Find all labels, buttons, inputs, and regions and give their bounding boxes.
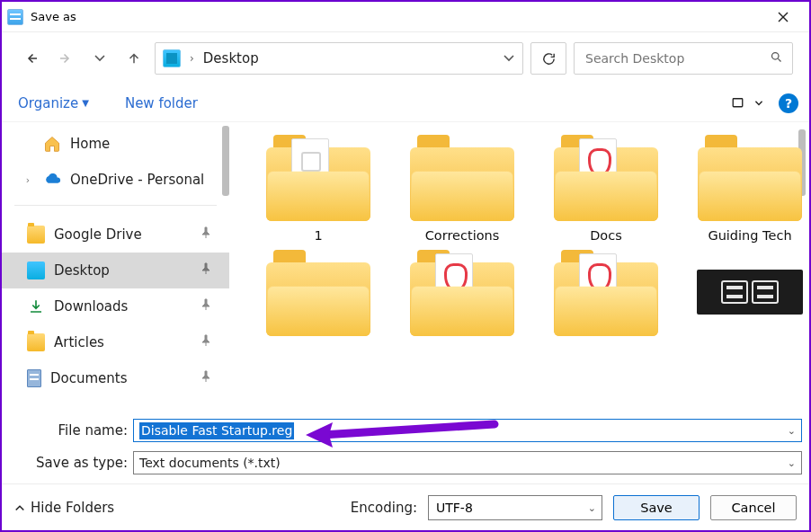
file-tile[interactable]: Guiding Tech bbox=[682, 135, 809, 243]
sidebar-item-downloads[interactable]: Downloads bbox=[2, 288, 229, 324]
home-icon bbox=[43, 135, 61, 153]
filename-input[interactable]: Disable Fast Startup.reg ⌄ bbox=[133, 419, 802, 442]
folder-icon bbox=[410, 250, 514, 336]
sidebar-item-google-drive[interactable]: Google Drive bbox=[2, 217, 229, 253]
arrow-left-icon bbox=[23, 50, 40, 66]
close-icon bbox=[778, 12, 789, 22]
sidebar-item-label: Desktop bbox=[54, 262, 110, 279]
desktop-icon bbox=[27, 262, 45, 279]
organize-menu[interactable]: Organize ▼ bbox=[13, 92, 94, 115]
refresh-icon bbox=[541, 51, 557, 66]
address-bar[interactable]: › Desktop bbox=[155, 42, 523, 75]
titlebar: Save as bbox=[2, 2, 809, 32]
cancel-button-label: Cancel bbox=[731, 501, 775, 515]
search-box[interactable] bbox=[574, 42, 793, 75]
tile-label: 1 bbox=[314, 228, 322, 243]
file-tile[interactable] bbox=[251, 250, 386, 343]
cancel-button[interactable]: Cancel bbox=[710, 495, 797, 520]
view-mode-dropdown[interactable] bbox=[752, 93, 766, 114]
chevron-down-icon[interactable]: ⌄ bbox=[788, 425, 796, 437]
file-tile[interactable]: 1 bbox=[251, 135, 386, 243]
sidebar: Home › OneDrive - Personal Google Drive … bbox=[2, 122, 229, 412]
hide-folders-toggle[interactable]: Hide Folders bbox=[14, 500, 114, 516]
file-tile[interactable] bbox=[682, 250, 809, 343]
recent-locations-button[interactable] bbox=[86, 45, 113, 72]
save-button[interactable]: Save bbox=[613, 495, 700, 520]
sidebar-item-label: Home bbox=[70, 136, 110, 152]
sidebar-scrollbar[interactable] bbox=[222, 126, 229, 196]
folder-icon bbox=[266, 250, 370, 336]
content-pane[interactable]: 1CorrectionsDocsGuiding Tech bbox=[229, 122, 809, 412]
file-tile[interactable] bbox=[539, 250, 673, 343]
chevron-up-icon bbox=[14, 502, 25, 513]
help-icon: ? bbox=[785, 96, 792, 111]
filename-label: File name: bbox=[9, 422, 133, 439]
type-value: Text documents (*.txt) bbox=[139, 456, 281, 470]
svg-line-3 bbox=[778, 58, 780, 61]
file-tile[interactable]: Docs bbox=[539, 135, 673, 243]
refresh-button[interactable] bbox=[530, 42, 566, 75]
view-icon bbox=[731, 95, 747, 111]
sidebar-item-home[interactable]: Home bbox=[2, 126, 229, 162]
file-tile[interactable]: Corrections bbox=[395, 135, 530, 243]
folder-icon bbox=[554, 135, 658, 221]
address-location: Desktop bbox=[203, 50, 259, 66]
pin-icon bbox=[201, 370, 217, 386]
toolbar: Organize ▼ New folder ? bbox=[2, 84, 809, 122]
sidebar-item-label: Documents bbox=[50, 370, 128, 386]
expand-icon[interactable]: › bbox=[22, 174, 34, 186]
new-folder-label: New folder bbox=[125, 95, 198, 111]
chevron-down-icon: ▼ bbox=[82, 98, 89, 108]
type-select[interactable]: Text documents (*.txt) ⌄ bbox=[133, 451, 802, 474]
folder-icon bbox=[410, 135, 514, 221]
new-folder-button[interactable]: New folder bbox=[120, 92, 203, 115]
arrow-right-icon bbox=[58, 50, 74, 66]
back-button[interactable] bbox=[18, 45, 45, 72]
folder-icon bbox=[554, 250, 658, 336]
up-button[interactable] bbox=[120, 45, 147, 72]
chevron-down-icon bbox=[94, 52, 106, 65]
filename-value: Disable Fast Startup.reg bbox=[139, 422, 294, 439]
save-as-dialog: Save as › Desktop bbox=[0, 0, 811, 532]
onedrive-icon bbox=[43, 171, 61, 189]
folder-icon bbox=[27, 226, 45, 244]
footer: Hide Folders Encoding: UTF-8 ⌄ Save Canc… bbox=[2, 483, 809, 530]
nav-row: › Desktop bbox=[2, 32, 809, 84]
search-icon bbox=[770, 50, 783, 67]
document-icon bbox=[27, 369, 41, 387]
view-mode-button[interactable] bbox=[728, 93, 750, 114]
sidebar-separator bbox=[14, 205, 217, 206]
sidebar-item-documents[interactable]: Documents bbox=[2, 360, 229, 396]
tile-label: Guiding Tech bbox=[708, 228, 791, 243]
sidebar-item-label: Google Drive bbox=[54, 226, 142, 243]
forward-button[interactable] bbox=[52, 45, 79, 72]
tile-label: Docs bbox=[590, 228, 622, 243]
sidebar-item-label: Downloads bbox=[54, 298, 128, 315]
thumbnail-dark bbox=[697, 270, 803, 315]
svg-point-2 bbox=[772, 52, 780, 59]
type-label: Save as type: bbox=[9, 455, 133, 471]
pin-icon bbox=[201, 334, 217, 350]
chevron-down-icon[interactable]: ⌄ bbox=[588, 501, 596, 513]
organize-label: Organize bbox=[18, 95, 78, 111]
search-input[interactable] bbox=[584, 50, 764, 66]
chevron-down-icon[interactable] bbox=[503, 52, 515, 65]
chevron-down-icon bbox=[754, 99, 763, 108]
close-button[interactable] bbox=[762, 2, 804, 31]
dialog-body: Home › OneDrive - Personal Google Drive … bbox=[2, 122, 809, 412]
help-button[interactable]: ? bbox=[779, 93, 798, 113]
sidebar-item-desktop[interactable]: Desktop bbox=[2, 253, 229, 288]
sidebar-item-label: OneDrive - Personal bbox=[70, 172, 204, 188]
hide-folders-label: Hide Folders bbox=[31, 500, 114, 516]
encoding-value: UTF-8 bbox=[436, 501, 473, 515]
chevron-down-icon[interactable]: ⌄ bbox=[788, 457, 796, 469]
file-grid: 1CorrectionsDocsGuiding Tech bbox=[229, 122, 809, 343]
encoding-select[interactable]: UTF-8 ⌄ bbox=[428, 495, 602, 520]
desktop-icon bbox=[163, 49, 181, 67]
sidebar-item-onedrive[interactable]: › OneDrive - Personal bbox=[2, 162, 229, 198]
window-title: Save as bbox=[31, 10, 76, 23]
file-tile[interactable] bbox=[395, 250, 530, 343]
app-icon bbox=[7, 9, 23, 25]
pin-icon bbox=[201, 262, 217, 279]
sidebar-item-articles[interactable]: Articles bbox=[2, 324, 229, 360]
